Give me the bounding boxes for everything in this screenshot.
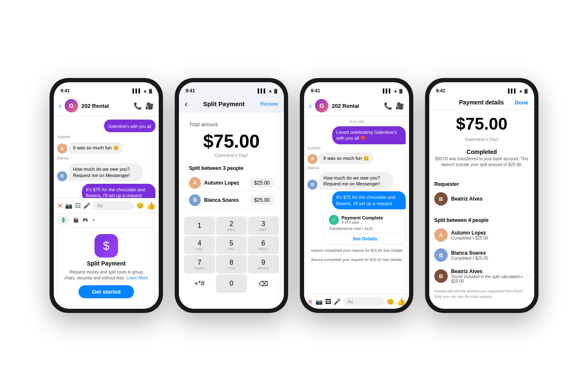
payment-shortcut[interactable]: 💲 xyxy=(57,216,70,224)
key-3[interactable]: 3 DEF xyxy=(248,216,279,235)
split-title: Split Payment xyxy=(87,260,126,267)
wifi-icon-2: ▲ xyxy=(268,89,273,93)
header-actions-1[interactable]: 📞 🎥 xyxy=(134,102,154,110)
msg-label-autumn: Autumn xyxy=(57,135,70,139)
phone-1: 9:41 ▌▌▌ ▲ ▓ ‹ G 202 Rental xyxy=(50,78,163,313)
chat-header-1: ‹ G 202 Rental 📞 🎥 xyxy=(54,96,159,116)
phones-container: 9:41 ▌▌▌ ▲ ▓ ‹ G 202 Rental xyxy=(24,61,564,330)
like-icon-3[interactable]: 👍 xyxy=(396,297,406,306)
battery-icon: ▓ xyxy=(149,89,152,93)
phone-icon[interactable]: 📞 xyxy=(134,102,142,110)
key-6-num: 6 xyxy=(262,240,265,247)
games-shortcut[interactable]: 🎮 xyxy=(82,217,88,223)
split-status-1: Completed • $25.00 xyxy=(451,236,524,240)
back-button-1[interactable]: ‹ xyxy=(59,102,61,110)
chevron-icon-3: › xyxy=(528,273,529,279)
get-started-button[interactable]: Get started xyxy=(79,285,134,298)
key-7-num: 7 xyxy=(198,259,202,266)
camera-icon-3[interactable]: 📷 xyxy=(315,298,323,305)
chevron-icon-2: › xyxy=(528,252,529,258)
chat-input-field[interactable]: Aa xyxy=(93,201,134,210)
person-name-2: Bianca Soares xyxy=(204,197,239,203)
chat-input-bar-3: ✕ 📷 🖼 🎤 Aa 😊 👍 xyxy=(304,294,409,309)
avatar-autumn: A xyxy=(57,143,67,154)
split-payment-card: $ Split Payment Request money and split … xyxy=(57,227,155,305)
done-button[interactable]: Done xyxy=(515,99,529,106)
msg-autumn-3: It was so much fun 😊 xyxy=(319,152,373,164)
close-icon-3[interactable]: ✕ xyxy=(307,298,313,306)
emoji-icon-3[interactable]: 😊 xyxy=(387,298,394,305)
msg-row-sent: It's $75 for the chocolate and flowers, … xyxy=(57,184,155,198)
learn-more-link[interactable]: Learn More xyxy=(126,276,148,280)
signal-icon: ▌▌▌ xyxy=(133,89,142,93)
group-avatar-3: G xyxy=(315,99,328,112)
key-5[interactable]: 5 JKL xyxy=(216,236,247,254)
key-delete[interactable]: ⌫ xyxy=(248,274,279,293)
key-6[interactable]: 6 MNO xyxy=(248,236,279,254)
split-row-3[interactable]: B Beatriz Alves You're included in the s… xyxy=(434,267,529,285)
split-note: People will see the amount you requested… xyxy=(434,289,529,299)
key-2[interactable]: 2 ABC xyxy=(216,216,247,235)
send-shortcut[interactable]: ✈ xyxy=(92,217,95,223)
split-person-info-1: Autumn Lopez Completed • $25.00 xyxy=(451,230,524,240)
chat-input-field-3[interactable]: Aa xyxy=(343,297,384,306)
key-7-sub: PQRS xyxy=(194,266,205,270)
chat-name-3: 202 Rental xyxy=(332,103,381,109)
gallery-icon[interactable]: 🖼 xyxy=(75,202,81,209)
back-button-2[interactable]: ‹ xyxy=(185,99,188,109)
avatar-bianca: B xyxy=(57,171,67,181)
video-shortcut[interactable]: 🎬 xyxy=(73,217,79,223)
close-icon[interactable]: ✕ xyxy=(57,202,63,210)
split-row-1[interactable]: A Autumn Lopez Completed • $25.00 › xyxy=(434,227,529,243)
pc-title-area: Payment Complete 3 of 3 paid xyxy=(341,215,383,224)
battery-icon-4: ▓ xyxy=(525,89,528,93)
msg-galentines: Galentine's with you all xyxy=(108,124,151,129)
back-button-3[interactable]: ‹ xyxy=(309,102,312,110)
split-person-row-2: B Bianca Soares $25.00 xyxy=(189,192,274,209)
aa-label-3: Aa xyxy=(347,299,353,304)
key-0-num: 0 xyxy=(230,280,234,287)
timestamp: 9:41 AM xyxy=(307,119,406,125)
key-4[interactable]: 4 GHI xyxy=(184,236,215,254)
camera-icon[interactable]: 📷 xyxy=(65,202,72,209)
msg-row-bianca: B How much do we owe you? Request me on … xyxy=(57,163,155,181)
chat-header-3: ‹ G 202 Rental 📞 🎥 xyxy=(304,96,409,116)
payment-details-header: Done Payment details Done xyxy=(429,96,534,109)
review-button[interactable]: Review xyxy=(260,101,278,107)
phone-1-wrapper: 9:41 ▌▌▌ ▲ ▓ ‹ G 202 Rental xyxy=(50,78,163,313)
split-row-2[interactable]: B Bianca Soares Completed • $25.00 › xyxy=(434,247,529,263)
see-details-3[interactable]: See Details xyxy=(329,233,401,241)
emoji-icon[interactable]: 😊 xyxy=(136,202,144,209)
video-icon[interactable]: 🎥 xyxy=(145,102,154,110)
key-9[interactable]: 9 WXYZ xyxy=(248,255,279,274)
key-8-num: 8 xyxy=(230,259,234,266)
key-9-num: 9 xyxy=(262,259,265,266)
mic-icon-3[interactable]: 🎤 xyxy=(333,298,341,305)
split-between-label: Split between 3 people xyxy=(189,165,274,171)
split-people-label: Split between 4 people xyxy=(434,217,529,223)
battery-icon-2: ▓ xyxy=(274,89,277,93)
header-actions-3[interactable]: 📞 🎥 xyxy=(384,102,404,110)
key-special[interactable]: +*# xyxy=(184,274,215,293)
like-icon[interactable]: 👍 xyxy=(146,201,155,210)
key-7[interactable]: 7 PQRS xyxy=(184,255,215,274)
header-title-area-1: 202 Rental xyxy=(81,103,130,109)
status-icons-3: ▌▌▌ ▲ ▓ xyxy=(383,89,402,93)
time-1: 9:41 xyxy=(60,88,70,93)
video-icon-3[interactable]: 🎥 xyxy=(396,102,404,110)
key-0[interactable]: 0 xyxy=(216,274,247,293)
key-8[interactable]: 8 TUV xyxy=(216,255,247,274)
chat-area-3: 9:41 AM Loved celebrating Galentine's wi… xyxy=(304,116,409,294)
key-1[interactable]: 1 xyxy=(184,216,215,235)
msg-label-bianca: Bianca xyxy=(57,156,69,160)
pc-sub: 3 of 3 paid xyxy=(341,220,383,224)
msg-sent-1: It's $75 for the chocolate and flowers, … xyxy=(82,184,156,198)
gallery-icon-3[interactable]: 🖼 xyxy=(325,298,331,305)
requester-label: Requester xyxy=(434,181,529,187)
key-2-num: 2 xyxy=(230,220,234,228)
phone-icon-3[interactable]: 📞 xyxy=(384,102,392,110)
status-icons-2: ▌▌▌ ▲ ▓ xyxy=(258,89,277,93)
time-4: 9:41 xyxy=(436,88,445,93)
mic-icon[interactable]: 🎤 xyxy=(83,202,90,209)
key-1-num: 1 xyxy=(198,222,202,229)
